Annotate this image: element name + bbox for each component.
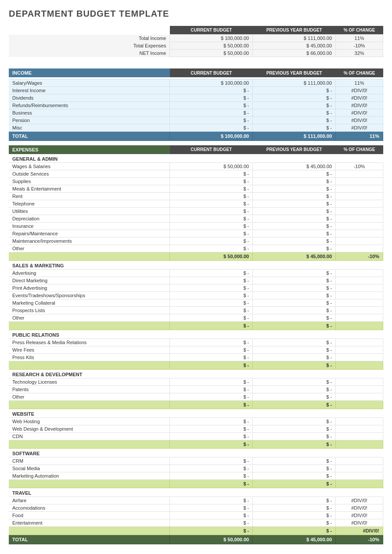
- income-previous: $ -: [253, 101, 336, 109]
- income-pct: 11%: [336, 79, 383, 86]
- subtotal-previous: $ -: [253, 479, 336, 488]
- subtotal-pct: #DIV/0!: [336, 526, 383, 535]
- expense-current: $ -: [170, 496, 253, 504]
- expense-current: $ -: [170, 378, 253, 385]
- expenses-total-current: $ 50,000.00: [170, 535, 253, 544]
- expense-label: CRM: [9, 457, 170, 464]
- expense-data-row: Patents $ - $ -: [9, 385, 383, 393]
- expense-data-row: Events/Tradeshows/Sponsorships $ - $ -: [9, 291, 383, 299]
- expense-label: Advertising: [9, 269, 170, 277]
- income-pct: #DIV/0!: [336, 124, 383, 131]
- summary-pct-header: % OF CHANGE: [336, 26, 383, 35]
- expense-label: Accomodations: [9, 504, 170, 511]
- expense-current: $ -: [170, 222, 253, 230]
- subtotal-previous: $ -: [253, 526, 336, 535]
- expense-previous: $ -: [253, 245, 336, 252]
- income-previous: $ -: [253, 116, 336, 124]
- expense-pct: [336, 237, 383, 245]
- expense-label: Other: [9, 314, 170, 321]
- category-name: GENERAL & ADMIN: [9, 154, 383, 163]
- subtotal-current: $ 50,000.00: [170, 252, 253, 260]
- expense-pct: [336, 457, 383, 464]
- expense-pct: [336, 346, 383, 353]
- expense-pct: [336, 417, 383, 425]
- income-current: $ -: [170, 109, 253, 116]
- expense-label: Events/Tradeshows/Sponsorships: [9, 291, 170, 299]
- expense-pct: [336, 353, 383, 361]
- expenses-total-pct: -10%: [336, 535, 383, 544]
- income-previous: $ -: [253, 109, 336, 116]
- expense-current: $ -: [170, 504, 253, 511]
- income-data-row: Business $ - $ - #DIV/0!: [9, 109, 383, 116]
- subtotal-current: $ -: [170, 361, 253, 369]
- expense-previous: $ -: [253, 314, 336, 321]
- subtotal-row: $ 50,000.00 $ 45,000.00 -10%: [9, 252, 383, 260]
- expense-current: $ -: [170, 472, 253, 479]
- income-pct: #DIV/0!: [336, 94, 383, 101]
- income-total-previous: $ 111,000.00: [253, 131, 336, 140]
- expense-current: $ -: [170, 464, 253, 472]
- expense-previous: $ -: [253, 230, 336, 237]
- subtotal-previous: $ -: [253, 440, 336, 448]
- expenses-total-row: TOTAL $ 50,000.00 $ 45,000.00 -10%: [9, 535, 383, 544]
- expense-previous: $ 45,000.00: [253, 162, 336, 170]
- expense-pct: -10%: [336, 162, 383, 170]
- expense-pct: [336, 432, 383, 440]
- subtotal-pct: [336, 361, 383, 369]
- income-label: Business: [9, 109, 170, 116]
- summary-pct: 11%: [336, 35, 383, 42]
- expense-label: Maintenance/Improvements: [9, 237, 170, 245]
- expense-previous: $ -: [253, 432, 336, 440]
- expense-pct: #DIV/0!: [336, 496, 383, 504]
- expense-pct: [336, 338, 383, 346]
- income-previous-header: PREVIOUS YEAR BUDGET: [253, 68, 336, 77]
- summary-current: $ 50,000.00: [170, 50, 253, 57]
- summary-pct: -10%: [336, 42, 383, 50]
- expense-current: $ -: [170, 269, 253, 277]
- category-label-row: GENERAL & ADMIN: [9, 154, 383, 163]
- expense-label: Prospects Lists: [9, 306, 170, 314]
- subtotal-empty: [9, 361, 170, 369]
- expense-data-row: Food $ - $ - #DIV/0!: [9, 511, 383, 519]
- expense-data-row: Marketing Automation $ - $ -: [9, 472, 383, 479]
- expense-pct: [336, 245, 383, 252]
- expense-label: Outside Services: [9, 170, 170, 177]
- expense-previous: $ -: [253, 519, 336, 526]
- expense-data-row: CDN $ - $ -: [9, 432, 383, 440]
- income-data-row: Interest Income $ - $ - #DIV/0!: [9, 86, 383, 94]
- expense-previous: $ -: [253, 237, 336, 245]
- expense-data-row: Maintenance/Improvements $ - $ -: [9, 237, 383, 245]
- expense-previous: $ -: [253, 504, 336, 511]
- expense-current: $ -: [170, 177, 253, 185]
- income-pct: #DIV/0!: [336, 86, 383, 94]
- summary-previous: $ 45,000.00: [253, 42, 336, 50]
- expense-current: $ -: [170, 417, 253, 425]
- expense-label: Food: [9, 511, 170, 519]
- category-label-row: SALES & MARKETING: [9, 260, 383, 269]
- income-label: Dividends: [9, 94, 170, 101]
- expense-data-row: CRM $ - $ -: [9, 457, 383, 464]
- subtotal-current: $ -: [170, 440, 253, 448]
- expense-current: $ -: [170, 393, 253, 400]
- subtotal-empty: [9, 526, 170, 535]
- income-label: Misc: [9, 124, 170, 131]
- expense-label: Airfare: [9, 496, 170, 504]
- expense-previous: $ -: [253, 177, 336, 185]
- expense-pct: [336, 314, 383, 321]
- expense-data-row: Rent $ - $ -: [9, 192, 383, 200]
- expense-data-row: Advertising $ - $ -: [9, 269, 383, 277]
- income-current: $ -: [170, 94, 253, 101]
- expense-data-row: Wire Fees $ - $ -: [9, 346, 383, 353]
- summary-row: Total Expenses $ 50,000.00 $ 45,000.00 -…: [9, 42, 383, 50]
- income-previous: $ 111,000.00: [253, 79, 336, 86]
- subtotal-empty: [9, 400, 170, 409]
- expense-previous: $ -: [253, 299, 336, 306]
- expense-current: $ -: [170, 185, 253, 192]
- expense-current: $ -: [170, 385, 253, 393]
- expense-pct: [336, 291, 383, 299]
- expense-current: $ -: [170, 192, 253, 200]
- summary-row: Total Income $ 100,000.00 $ 111,000.00 1…: [9, 35, 383, 42]
- expense-current: $ 50,000.00: [170, 162, 253, 170]
- expense-pct: [336, 192, 383, 200]
- income-pct: #DIV/0!: [336, 101, 383, 109]
